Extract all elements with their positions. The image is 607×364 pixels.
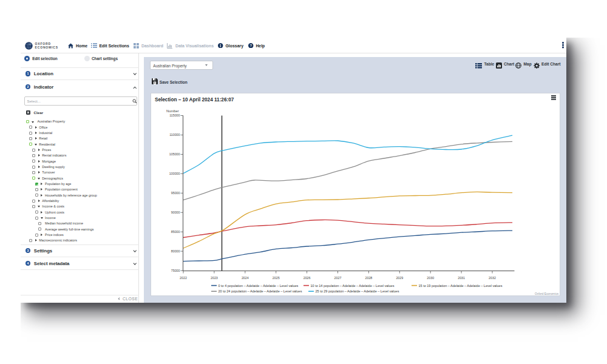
svg-text:2032: 2032 — [489, 276, 496, 280]
svg-text:85000: 85000 — [171, 230, 180, 234]
svg-text:2027: 2027 — [334, 276, 342, 280]
svg-text:75000: 75000 — [171, 269, 180, 272]
svg-text:105000: 105000 — [169, 152, 180, 156]
svg-text:?: ? — [250, 44, 253, 47]
svg-text:2029: 2029 — [396, 276, 403, 280]
svg-text:95000: 95000 — [171, 191, 180, 195]
svg-text:2023: 2023 — [211, 276, 218, 280]
svg-text:90000: 90000 — [171, 211, 180, 214]
svg-text:25 to 29 population – Adelaide: 25 to 29 population – Adelaide – Adelaid… — [316, 289, 399, 293]
svg-text:2031: 2031 — [458, 276, 465, 280]
svg-text:20 to 24 population – Adelaide: 20 to 24 population – Adelaide – Adelaid… — [219, 289, 302, 293]
svg-text:2030: 2030 — [427, 276, 434, 280]
svg-text:10 to 14 population – Adelaide: 10 to 14 population – Adelaide – Adelaid… — [311, 284, 395, 288]
svg-text:110000: 110000 — [169, 133, 180, 136]
svg-text:2025: 2025 — [273, 276, 280, 280]
svg-text:2022: 2022 — [180, 276, 187, 280]
svg-text:Number: Number — [166, 109, 179, 113]
svg-text:2028: 2028 — [365, 276, 373, 280]
svg-text:0 to 4 population – Adelaide –: 0 to 4 population – Adelaide – Adelaide … — [219, 284, 299, 288]
svg-text:15 to 19 population – Adelaide: 15 to 19 population – Adelaide – Adelaid… — [419, 284, 503, 288]
svg-text:100000: 100000 — [169, 172, 180, 175]
svg-text:80000: 80000 — [171, 249, 180, 253]
svg-text:115000: 115000 — [169, 113, 180, 117]
svg-text:2026: 2026 — [304, 276, 311, 280]
svg-text:2024: 2024 — [242, 276, 249, 280]
svg-text:Oxford Economics: Oxford Economics — [535, 292, 559, 295]
